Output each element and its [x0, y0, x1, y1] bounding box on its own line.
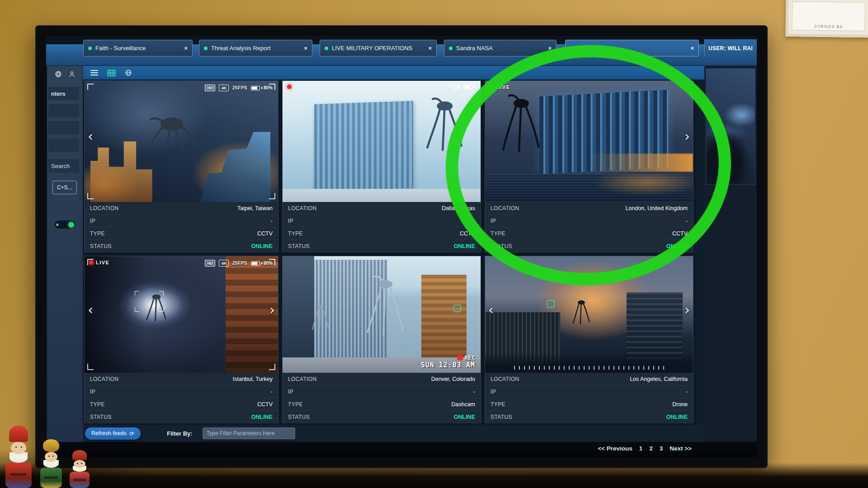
ip-value: -	[473, 389, 475, 395]
live-label: LIVE	[496, 84, 510, 90]
tab-sandra-nasa[interactable]: Sandra NASA ×	[444, 40, 557, 56]
user-webcam-panel	[704, 66, 757, 442]
video-hud	[452, 84, 475, 90]
menu-icon[interactable]	[90, 70, 98, 75]
feed-video-taipei[interactable]: HD 4K 25FPS 80% ‹	[85, 81, 278, 202]
location-value: Dallas, Texas	[442, 205, 475, 211]
meta-row: STATUSONLINE	[485, 240, 693, 253]
feed-video-dallas[interactable]	[283, 81, 481, 202]
wall-picture-mat: STRIKES BA	[792, 1, 866, 31]
previous-page-link[interactable]: << Previous	[598, 445, 632, 452]
feed-video-istanbul[interactable]: LIVE HD 4K 25FPS 80% ‹ ›	[85, 256, 278, 373]
filter-input[interactable]	[203, 427, 295, 439]
ip-label: IP	[491, 389, 496, 395]
meta-row: TYPEDrone	[485, 398, 693, 411]
close-icon[interactable]: ×	[56, 222, 59, 227]
user-badge: USER: WILL RAI	[704, 39, 757, 57]
tab-status-dot	[570, 47, 574, 50]
view-toolbar	[83, 66, 704, 80]
feed-video-london[interactable]: LIVE ›	[485, 81, 693, 202]
sidebar-item[interactable]	[48, 138, 79, 152]
live-indicator: LIVE	[490, 84, 510, 90]
carousel-left-arrow[interactable]: ‹	[488, 303, 494, 317]
feed-metadata: LOCATIONDenver, Colorado IP- TYPEDashcam…	[283, 373, 481, 423]
target-reticle	[135, 291, 164, 312]
close-icon[interactable]: ×	[428, 45, 432, 52]
close-icon[interactable]: ×	[304, 45, 307, 52]
alien-walker-silhouette	[493, 86, 547, 163]
meta-row: LOCATIONLondon, United Kingdom	[485, 202, 693, 215]
meta-row: IP-	[85, 215, 278, 227]
globe-icon[interactable]	[55, 70, 62, 78]
carousel-right-arrow[interactable]: ›	[684, 303, 690, 317]
sidebar-icon-row	[47, 66, 83, 78]
meta-row: STATUSONLINE	[283, 240, 481, 253]
sidebar-item[interactable]	[48, 121, 79, 135]
battery-icon	[464, 85, 475, 89]
ip-value: -	[271, 389, 273, 395]
meta-row: IP-	[283, 215, 481, 227]
type-value: CCTV	[672, 230, 688, 237]
camera-icon	[452, 84, 460, 90]
location-label: LOCATION	[90, 205, 119, 211]
type-label: TYPE	[491, 230, 505, 237]
status-value: ONLINE	[251, 414, 273, 420]
status-value: ONLINE	[666, 243, 688, 249]
battery-percent: 80%	[264, 85, 273, 90]
feed-card-denver: REC SUN 12:03 AM LOCATIONDenver, Colorad…	[282, 256, 481, 423]
feed-video-los-angeles[interactable]: ‹ ›	[485, 256, 693, 373]
building-shape	[421, 275, 467, 359]
ip-label: IP	[288, 389, 293, 395]
tab-status-dot	[449, 47, 453, 50]
nutcracker-figurine	[37, 439, 65, 488]
person-silhouette	[706, 129, 751, 185]
page-number-2[interactable]: 2	[649, 445, 653, 452]
status-value: ONLINE	[251, 243, 273, 249]
page-number-1[interactable]: 1	[639, 445, 643, 452]
next-page-link[interactable]: Next >>	[670, 445, 692, 452]
record-dot	[287, 84, 292, 89]
fps-label: 25FPS	[232, 85, 247, 90]
carousel-left-arrow[interactable]: ‹	[88, 130, 93, 143]
pagination: << Previous 1 2 3 Next >>	[598, 445, 692, 452]
sidebar-item-centers[interactable]: nters	[48, 87, 79, 100]
status-value: ONLINE	[454, 414, 475, 420]
tab-gov-data[interactable]: Gov Data ×	[565, 40, 699, 56]
close-icon[interactable]: ×	[184, 45, 188, 52]
ip-label: IP	[288, 218, 293, 224]
sidebar-item[interactable]	[48, 104, 79, 117]
tab-faith-surveillance[interactable]: Faith - Surveillance ×	[83, 40, 193, 56]
ip-label: IP	[90, 389, 95, 395]
user-webcam-video[interactable]	[706, 68, 755, 185]
feed-video-denver[interactable]: REC SUN 12:03 AM	[283, 256, 481, 373]
close-icon[interactable]: ×	[690, 45, 694, 52]
meta-row: STATUSONLINE	[485, 411, 693, 423]
type-value: CCTV	[257, 401, 273, 408]
grid-view-icon[interactable]	[107, 70, 116, 76]
globe-view-icon[interactable]	[125, 69, 132, 76]
sidebar-search[interactable]: Search	[48, 159, 79, 173]
meta-row: IP-	[485, 215, 693, 227]
water-shape	[485, 174, 693, 202]
page-number-3[interactable]: 3	[660, 445, 663, 452]
sidebar-toggle[interactable]: ×	[55, 221, 75, 229]
carousel-right-arrow[interactable]: ›	[269, 303, 275, 317]
close-icon[interactable]: ×	[548, 45, 552, 52]
ip-label: IP	[90, 218, 95, 224]
feed-card-dallas: LOCATIONDallas, Texas IP- TYPECCTV STATU…	[282, 80, 481, 252]
meta-row: TYPECCTV	[85, 227, 278, 240]
tab-label: Threat Analysis Report	[211, 45, 297, 52]
carousel-left-arrow[interactable]: ‹	[88, 303, 93, 317]
meta-row: LOCATIONTaipei, Taiwan	[85, 202, 278, 215]
building-shape	[314, 101, 413, 192]
carousel-right-arrow[interactable]: ›	[684, 130, 690, 143]
status-label: STATUS	[491, 414, 512, 420]
meta-row: TYPECCTV	[485, 227, 693, 240]
battery-level	[252, 87, 257, 89]
tab-label: LIVE MILITARY OPERATIONS	[332, 45, 421, 52]
nutcracker-figurine	[67, 450, 92, 488]
sidebar-cs-button[interactable]: C+S...	[52, 181, 77, 194]
tab-threat-analysis[interactable]: Threat Analysis Report ×	[199, 40, 312, 56]
tab-live-military-operations[interactable]: LIVE MILITARY OPERATIONS ×	[320, 40, 437, 56]
user-icon[interactable]	[68, 70, 75, 78]
